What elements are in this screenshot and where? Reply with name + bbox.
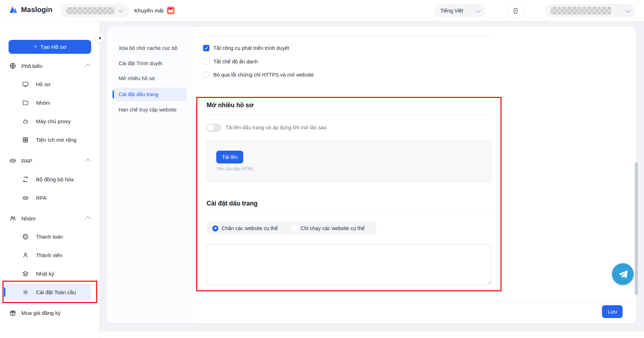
plus-icon: + [33,43,37,51]
save-button[interactable]: Lưu [602,305,623,318]
promo-label: Khuyến mãi [134,7,163,14]
subnav-item-bookmark-settings[interactable]: Cài đặt dấu trang [113,88,187,101]
robot-icon [22,194,29,201]
section-label: Nhóm [21,215,36,222]
checkbox-unchecked-icon[interactable] [203,58,209,65]
person-icon [22,252,29,259]
textarea-resize-grip[interactable] [487,281,491,284]
upload-hint: Yêu cầu tệp HTML [217,166,254,171]
layers-icon [22,270,29,277]
language-label: Tiếng Việt [440,8,463,14]
folder-icon [22,99,29,106]
toggle-knob [207,124,214,131]
vertical-scrollbar[interactable] [635,162,638,295]
subnav-item-clear-cache[interactable]: Xóa bộ nhớ cache cục bộ [113,41,187,55]
active-indicator-bar [113,90,114,98]
checkbox-checked-icon[interactable] [203,45,209,51]
account-selector[interactable] [545,4,635,17]
users-icon [9,215,16,222]
top-header: Maslogin Khuyến mãi Tiếng Việt [0,0,644,21]
radio-label-block-specific[interactable]: Chặn các website cụ thể [222,225,278,231]
maslogin-logo-icon [9,5,18,14]
chevron-up-icon [85,64,90,69]
sidebar-section-nhom[interactable]: Nhóm [0,213,100,224]
chevron-up-icon [85,158,90,163]
checkbox-row-disable-incognito[interactable]: Tắt chế độ ẩn danh [203,58,258,65]
checkbox-row-disable-devtools[interactable]: Tắt công cụ phát triển trình duyệt [203,45,289,51]
sidebar-item-rpa[interactable]: RPA [0,192,100,203]
upload-button[interactable]: Tải lên [216,151,243,163]
sync-icon [22,176,29,183]
redacted-workspace-name [66,7,114,14]
upload-dropzone[interactable]: Tải lên Yêu cầu tệp HTML [207,140,492,182]
radio-unselected-icon[interactable] [291,225,297,232]
settings-subnav: Xóa bộ nhớ cache cục bộ Cài đặt Trình du… [107,27,192,323]
radio-selected-icon[interactable] [212,225,218,232]
gear-icon [22,289,29,296]
sidebar-section-pho-bien[interactable]: Phổ biến [0,60,100,72]
collapse-arrow-icon [99,37,101,40]
sidebar-item-bo-dong-bo-hoa[interactable]: Bộ đồng bộ hóa [0,173,100,185]
toggle-label: Tải lên dấu trang và áp dụng khi mở lần … [225,125,327,130]
chevron-down-icon [118,7,123,12]
sidebar-item-cai-dat-toan-cau[interactable]: Cài đặt Toàn cầu [0,286,100,298]
chevron-down-icon [625,8,630,13]
chevron-down-icon [476,8,481,13]
website-list-textarea[interactable] [207,244,492,285]
gift-icon [9,309,16,316]
telegram-fab[interactable] [612,263,634,285]
create-profile-button[interactable]: + Tạo Hồ sơ [9,40,91,54]
website-filter-radio-group: Chặn các website cụ thể Chỉ chạy các web… [207,222,376,235]
redacted-account-name [551,7,611,15]
sidebar: + Tạo Hồ sơ Phổ biến Hồ sơ Nhóm [0,21,100,338]
telegram-icon [617,269,629,280]
language-selector[interactable]: Tiếng Việt [435,4,485,17]
section-title-bookmark-settings: Cài đặt dấu trang [207,200,258,207]
subnav-item-multi-profile[interactable]: Mở nhiều hồ sơ [113,72,187,85]
section-title-multi-profile: Mở nhiều hồ sơ [207,102,254,109]
cloud-icon [22,118,29,125]
sidebar-item-mua-goi-dang-ky[interactable]: Mua gói đăng ký [0,307,100,318]
monitor-icon [22,81,29,88]
sidebar-section-rap[interactable]: RAP [0,155,100,166]
section-label: RAP [21,158,32,164]
footer-divider [192,303,636,303]
subnav-item-website-restriction[interactable]: Hạn chế truy cập website [113,103,187,116]
section-divider [207,114,492,115]
sidebar-item-thanh-vien[interactable]: Thành viên [0,249,100,261]
checkbox-row-ignore-https[interactable]: Bỏ qua lỗi chứng chỉ HTTPS và mở website [203,72,314,78]
maslogin-app: Maslogin Khuyến mãi Tiếng Việt [0,0,644,338]
sidebar-item-thanh-toan[interactable]: Thanh toán [0,231,100,242]
grid-icon [22,136,29,143]
app-logo[interactable]: Maslogin [9,5,52,14]
sidebar-item-tien-ich-mo-rong[interactable]: Tiện ích mở rộng [0,134,100,145]
globe-icon [9,62,16,69]
radio-label-run-specific[interactable]: Chỉ chạy các website cụ thể [301,225,365,231]
promo-mail-icon [167,7,175,14]
sidebar-collapse-button[interactable] [94,33,105,43]
section-divider [207,36,492,37]
sidebar-item-may-chu-proxy[interactable]: Máy chủ proxy [0,115,100,127]
bookmark-upload-toggle[interactable] [207,124,221,132]
subnav-item-browser-settings[interactable]: Cài đặt Trình duyệt [113,57,187,70]
chevron-up-icon [85,216,90,221]
logo-text: Maslogin [21,6,52,14]
sidebar-item-nhat-ky[interactable]: Nhật ký [0,268,100,279]
workspace-selector[interactable] [61,4,129,17]
docs-button[interactable] [508,4,524,17]
checkbox-unchecked-icon[interactable] [203,72,209,78]
document-icon [512,7,519,14]
promo-link[interactable]: Khuyến mãi [134,7,175,14]
sidebar-item-nhom[interactable]: Nhóm [0,97,100,108]
robot-icon [9,157,16,164]
gauge-icon [22,233,29,240]
create-profile-label: Tạo Hồ sơ [40,44,66,50]
section-divider [207,213,492,213]
sidebar-item-ho-so[interactable]: Hồ sơ [0,78,100,90]
section-label: Phổ biến [21,63,42,69]
